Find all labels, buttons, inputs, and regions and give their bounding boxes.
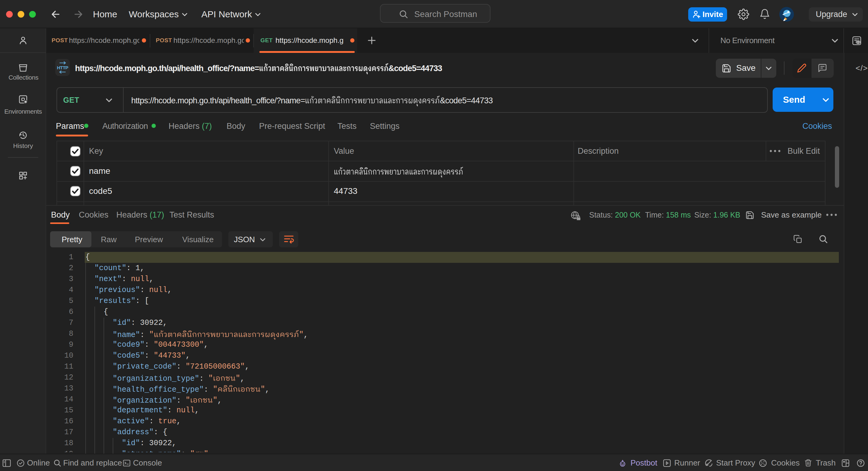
- svg-text:HTTP: HTTP: [57, 65, 68, 70]
